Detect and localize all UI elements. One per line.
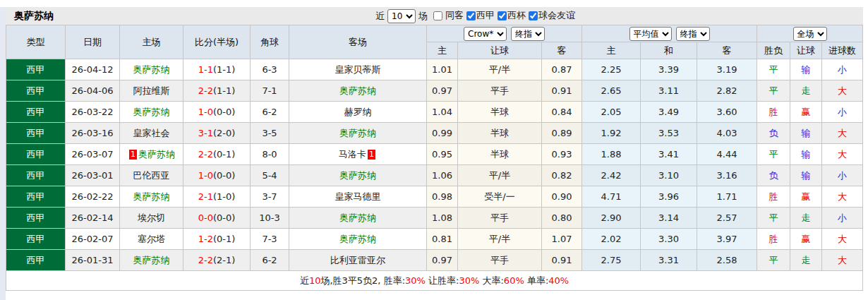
filter-checkbox-3[interactable] [529, 11, 538, 20]
handicap-result-cell: 走 [790, 208, 822, 229]
table-row: 西甲 26-03-01 巴伦西亚 1-0(0-0) 5-4 奥萨苏纳 1.06 … [6, 165, 863, 186]
col-header-odds-away: 客 [697, 42, 757, 59]
goals-value: 大 [838, 255, 847, 265]
handicap-result-cell: 输 [790, 144, 822, 165]
score-cell: 1-0(0-0) [183, 102, 251, 123]
filter-label-0[interactable]: 同客 [430, 9, 464, 22]
home-team-name: 巴伦西亚 [133, 170, 170, 181]
score-cell: 2-2(1-1) [183, 80, 251, 102]
home-team-cell: 埃尔切 [120, 208, 183, 229]
away-team-cell: 奥萨苏纳 [289, 165, 427, 186]
odds-draw-cell: 3.49 [641, 102, 697, 123]
match-count-select[interactable]: 10 [387, 9, 416, 23]
summary-segment: 40% [548, 275, 569, 286]
goals-value: 小 [838, 107, 847, 117]
handicap-result-cell: 走 [790, 80, 822, 102]
fulltime-score: 1-1 [198, 64, 213, 75]
summary-segment: 场,胜3平5负2, 胜率: [320, 275, 405, 286]
away-team-name: 皇家贝蒂斯 [335, 64, 381, 75]
odds-draw-cell: 3.11 [641, 80, 697, 102]
goals-result-cell: 小 [822, 165, 863, 186]
bookmaker-select[interactable]: Crow* [464, 27, 507, 41]
handicap-line-cell: 平/半 [458, 165, 542, 186]
goals-result-cell: 小 [822, 208, 863, 229]
odds-away-cell: 4.03 [697, 123, 757, 144]
col-header-handicap-line: 让球 [458, 42, 542, 59]
result-cell: 胜 [757, 186, 790, 208]
handicap-result-cell: 输 [790, 59, 822, 80]
handicap-result-cell: 输 [790, 165, 822, 186]
filter-checkbox-text: 球会友谊 [538, 9, 575, 22]
halftime-score: (2-0) [213, 128, 235, 138]
league-cell: 西甲 [6, 144, 66, 165]
league-cell: 西甲 [6, 208, 66, 229]
odds-home-cell: 4.71 [582, 186, 641, 208]
filter-label-1[interactable]: 西甲 [464, 9, 495, 22]
date-cell: 26-02-14 [66, 208, 120, 229]
odds-source-select[interactable]: 平均值 [629, 27, 672, 41]
filter-checkbox-2[interactable] [498, 11, 507, 20]
col-header-away: 客场 [289, 25, 427, 59]
table-row: 西甲 26-02-22 奥萨苏纳 2-1(1-0) 3-7 皇家马德里 0.98… [6, 186, 863, 208]
handicap-home-odds-cell: 0.97 [427, 250, 458, 271]
odds-away-cell: 3.16 [697, 165, 757, 186]
col-header-odds-draw: 和 [641, 42, 697, 59]
handicap-line-cell: 平/半 [458, 229, 542, 250]
home-team-cell: 塞尔塔 [120, 229, 183, 250]
home-team-cell: 奥萨苏纳 [120, 59, 183, 80]
score-cell: 1-0(0-0) [183, 165, 251, 186]
odds-draw-cell: 3.39 [641, 59, 697, 80]
halftime-score: (0-1) [213, 149, 235, 160]
home-team-name: 阿拉维斯 [133, 85, 170, 96]
corner-cell: 6-3 [251, 59, 289, 80]
match-rows: 西甲 26-04-12 奥萨苏纳 1-1(1-1) 6-3 皇家贝蒂斯 1.01… [6, 59, 863, 271]
filter-label-2[interactable]: 西杯 [495, 9, 526, 22]
handicap-time-select[interactable]: 终指 [511, 27, 545, 41]
recent-label: 近 [375, 10, 385, 23]
corner-cell: 7-1 [251, 80, 289, 102]
table-row: 西甲 26-03-16 皇家社会 3-1(2-0) 3-5 奥萨苏纳 0.99 … [6, 123, 863, 144]
col-header-type: 类型 [6, 25, 66, 59]
away-team-name: 奥萨苏纳 [339, 170, 376, 181]
corner-cell: 8-0 [251, 144, 289, 165]
league-cell: 西甲 [6, 250, 66, 271]
handicap-home-odds-cell: 1.01 [427, 59, 458, 80]
goals-value: 小 [838, 170, 847, 181]
league-cell: 西甲 [6, 186, 66, 208]
odds-home-cell: 2.05 [582, 102, 641, 123]
home-team-cell: 阿拉维斯 [120, 80, 183, 102]
result-cell: 胜 [757, 102, 790, 123]
col-header-handicap-home: 主 [427, 42, 458, 59]
odds-draw-cell: 3.53 [641, 123, 697, 144]
result-value: 负 [769, 128, 778, 138]
filter-checkbox-text: 西杯 [507, 9, 526, 22]
odds-home-cell: 1.88 [582, 144, 641, 165]
handicap-result-cell: 走 [790, 250, 822, 271]
odds-away-cell: 2.58 [697, 250, 757, 271]
home-team-cell: 奥萨苏纳 [120, 250, 183, 271]
filter-checkbox-1[interactable] [466, 11, 476, 20]
handicap-result-value: 赢 [802, 107, 811, 117]
europe-time-select[interactable]: 终指 [676, 27, 710, 41]
away-team-name: 奥萨苏纳 [339, 212, 376, 223]
col-header-odds-home: 主 [582, 42, 641, 59]
away-red-card-badge: 1 [368, 150, 375, 160]
handicap-result-value: 赢 [802, 191, 811, 202]
odds-home-cell: 2.25 [582, 59, 641, 80]
filter-checkbox-0[interactable] [433, 11, 442, 20]
date-cell: 26-04-06 [66, 80, 120, 102]
fulltime-score: 2-2 [198, 255, 213, 265]
away-team-cell: 赫罗纳 [289, 102, 427, 123]
result-value: 平 [769, 149, 778, 160]
handicap-away-odds-cell: 0.87 [542, 59, 582, 80]
handicap-result-cell: 输 [790, 123, 822, 144]
filter-label-3[interactable]: 球会友谊 [526, 9, 575, 22]
col-header-date: 日期 [66, 25, 120, 59]
handicap-away-odds-cell: 0.80 [542, 208, 582, 229]
handicap-home-odds-cell: 0.95 [427, 144, 458, 165]
league-cell: 西甲 [6, 123, 66, 144]
date-cell: 26-03-22 [66, 102, 120, 123]
odds-home-cell: 2.65 [582, 80, 641, 102]
odds-draw-cell: 3.41 [641, 144, 697, 165]
scope-select[interactable]: 全场 [793, 27, 827, 41]
